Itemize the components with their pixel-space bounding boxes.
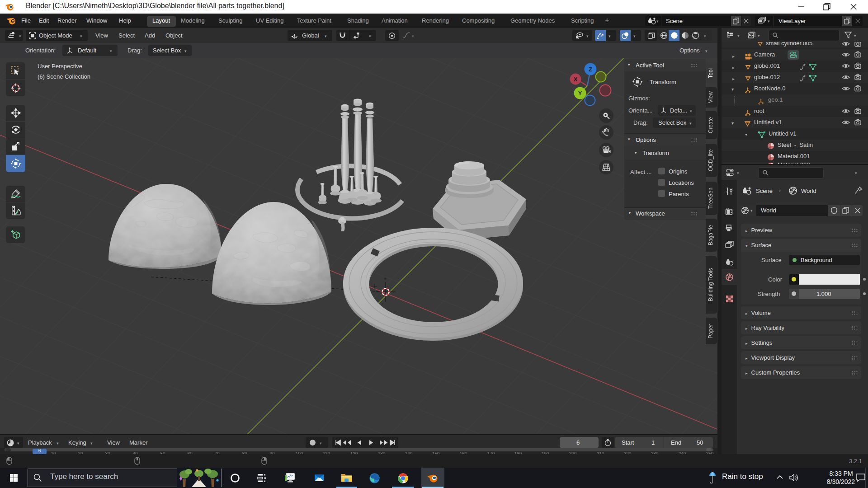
svg-text:X: X bbox=[574, 76, 578, 83]
svg-text:Z: Z bbox=[589, 66, 592, 73]
svg-text:Y: Y bbox=[578, 90, 582, 97]
svg-text:*: * bbox=[384, 277, 387, 284]
